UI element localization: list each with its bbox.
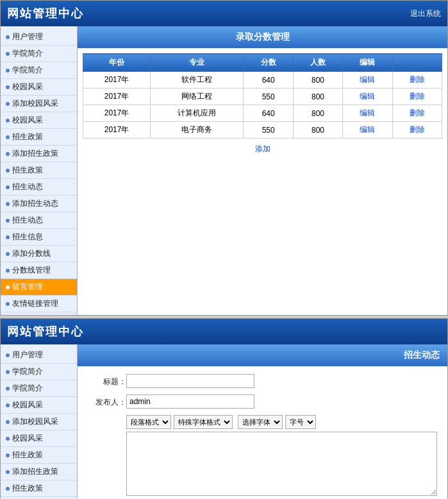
- editor-textarea[interactable]: [126, 432, 437, 496]
- title-input[interactable]: [126, 374, 254, 388]
- bottom-sidebar-item-5[interactable]: 校园风采: [1, 430, 77, 447]
- editor-label: [88, 415, 126, 418]
- scores-table: 年份专业分数人数编辑 2017年软件工程640800编辑删除2017年网络工程5…: [83, 53, 442, 139]
- edit-cell[interactable]: 编辑: [343, 122, 392, 139]
- top-sidebar-label-0: 用户管理: [12, 31, 43, 42]
- top-main: 录取分数管理 年份专业分数人数编辑 2017年软件工程640800编辑删除201…: [78, 26, 447, 315]
- table-row: 2017年计算机应用640800编辑删除: [83, 105, 442, 122]
- table-row: 2017年网络工程550800编辑删除: [83, 89, 442, 105]
- add-link[interactable]: 添加: [83, 139, 442, 160]
- paragraph-format-select[interactable]: 段落格式: [126, 415, 171, 429]
- edit-cell[interactable]: 编辑: [343, 89, 392, 105]
- table-container: 年份专业分数人数编辑 2017年软件工程640800编辑删除2017年网络工程5…: [78, 48, 447, 165]
- title-control: [126, 374, 437, 388]
- bottom-sidebar-item-2[interactable]: 学院简介: [1, 380, 77, 397]
- top-sidebar-item-1[interactable]: 学院简介: [1, 46, 77, 62]
- bottom-sidebar-label-8: 招生政策: [12, 483, 43, 494]
- editor-row: 段落格式 特殊字体格式 选择字体 字号: [88, 415, 437, 498]
- bullet-icon: [6, 370, 10, 374]
- form-area: 标题： 发布人：: [78, 366, 447, 499]
- top-sidebar-label-1: 学院简介: [12, 48, 43, 59]
- top-content-title: 录取分数管理: [78, 26, 447, 48]
- top-sidebar-label-7: 添加招生政策: [12, 148, 58, 159]
- bottom-site-title: 网站管理中心: [7, 324, 84, 339]
- editor-toolbar: 段落格式 特殊字体格式 选择字体 字号: [126, 415, 437, 429]
- bullet-icon: [6, 387, 10, 391]
- top-sidebar-item-5[interactable]: 校园风采: [1, 112, 77, 129]
- bottom-sidebar-item-1[interactable]: 学院简介: [1, 364, 77, 380]
- count-cell: 800: [293, 105, 342, 122]
- bullet-icon: [6, 487, 10, 491]
- top-sidebar-item-8[interactable]: 招生政策: [1, 162, 77, 179]
- publisher-control: [126, 394, 437, 409]
- major-cell: 计算机应用: [151, 105, 244, 122]
- bottom-main: 招生动态 标题： 发布人：: [78, 344, 447, 499]
- top-sidebar-label-14: 分数线管理: [12, 265, 51, 276]
- top-sidebar-item-7[interactable]: 添加招生政策: [1, 146, 77, 162]
- bullet-icon: [6, 119, 10, 123]
- top-sidebar-item-3[interactable]: 校园风采: [1, 79, 77, 96]
- bullet-icon: [6, 52, 10, 56]
- count-cell: 800: [293, 122, 342, 139]
- font-family-select[interactable]: 选择字体: [238, 415, 283, 429]
- delete-cell[interactable]: 删除: [392, 72, 442, 89]
- bullet-icon: [6, 437, 10, 441]
- top-sidebar-item-6[interactable]: 招生政策: [1, 129, 77, 146]
- bottom-sidebar-item-4[interactable]: 添加校园风采: [1, 414, 77, 430]
- bullet-icon: [6, 235, 10, 239]
- score-cell: 640: [244, 105, 293, 122]
- publisher-label: 发布人：: [88, 394, 126, 408]
- table-row: 2017年电子商务550800编辑删除: [83, 122, 442, 139]
- bullet-icon: [6, 202, 10, 206]
- top-sidebar-item-2[interactable]: 学院简介: [1, 62, 77, 79]
- top-sidebar-item-12[interactable]: 招生信息: [1, 229, 77, 246]
- bottom-sidebar-label-1: 学院简介: [12, 366, 43, 377]
- bottom-sidebar-label-6: 招生政策: [12, 450, 43, 461]
- bottom-sidebar-label-2: 学院简介: [12, 383, 43, 394]
- score-cell: 550: [244, 89, 293, 105]
- font-size-select[interactable]: 字号: [285, 415, 316, 429]
- bottom-sidebar-item-6[interactable]: 招生政策: [1, 447, 77, 464]
- bottom-sidebar-label-3: 校园风采: [12, 400, 43, 410]
- top-sidebar-item-0[interactable]: 用户管理: [1, 29, 77, 46]
- bottom-body: 用户管理学院简介学院简介校园风采添加校园风采校园风采招生政策添加招生政策招生政策…: [1, 344, 447, 499]
- top-sidebar-label-11: 招生动态: [12, 215, 43, 226]
- edit-cell[interactable]: 编辑: [343, 105, 392, 122]
- publisher-input[interactable]: [126, 394, 254, 409]
- major-cell: 电子商务: [151, 122, 244, 139]
- score-cell: 550: [244, 122, 293, 139]
- bottom-sidebar-label-0: 用户管理: [12, 350, 43, 360]
- top-sidebar-item-16[interactable]: 友情链接管理: [1, 296, 77, 312]
- top-sidebar-label-6: 招生政策: [12, 131, 43, 142]
- top-sidebar-item-13[interactable]: 添加分数线: [1, 246, 77, 262]
- top-sidebar-label-8: 招生政策: [12, 165, 43, 176]
- bullet-icon: [6, 69, 10, 72]
- top-sidebar-item-10[interactable]: 添加招生动态: [1, 196, 77, 212]
- bottom-sidebar-item-0[interactable]: 用户管理: [1, 347, 77, 364]
- bullet-icon: [6, 185, 10, 189]
- delete-cell[interactable]: 删除: [392, 89, 442, 105]
- bullet-icon: [6, 85, 10, 89]
- edit-cell[interactable]: 编辑: [343, 72, 392, 89]
- delete-cell[interactable]: 删除: [392, 105, 442, 122]
- special-font-select[interactable]: 特殊字体格式: [174, 415, 233, 429]
- top-site-title: 网站管理中心: [7, 6, 84, 21]
- delete-cell[interactable]: 删除: [392, 122, 442, 139]
- bottom-sidebar-label-5: 校园风采: [12, 433, 43, 444]
- bullet-icon: [6, 302, 10, 306]
- top-header: 网站管理中心 退出系统: [1, 1, 447, 26]
- top-sidebar-item-9[interactable]: 招生动态: [1, 179, 77, 196]
- logout-link[interactable]: 退出系统: [410, 8, 441, 19]
- top-sidebar-item-11[interactable]: 招生动态: [1, 212, 77, 229]
- bottom-content-title: 招生动态: [78, 344, 447, 366]
- top-sidebar-item-14[interactable]: 分数线管理: [1, 262, 77, 279]
- top-sidebar-item-4[interactable]: 添加校园风采: [1, 96, 77, 112]
- top-sidebar-item-15[interactable]: 留言管理: [1, 279, 77, 296]
- bottom-sidebar-item-8[interactable]: 招生政策: [1, 480, 77, 497]
- year-cell: 2017年: [83, 122, 151, 139]
- year-cell: 2017年: [83, 72, 151, 89]
- bottom-sidebar-item-7[interactable]: 添加招生政策: [1, 464, 77, 480]
- major-cell: 软件工程: [151, 72, 244, 89]
- col-header-5: [392, 54, 442, 72]
- bottom-sidebar-item-3[interactable]: 校园风采: [1, 397, 77, 414]
